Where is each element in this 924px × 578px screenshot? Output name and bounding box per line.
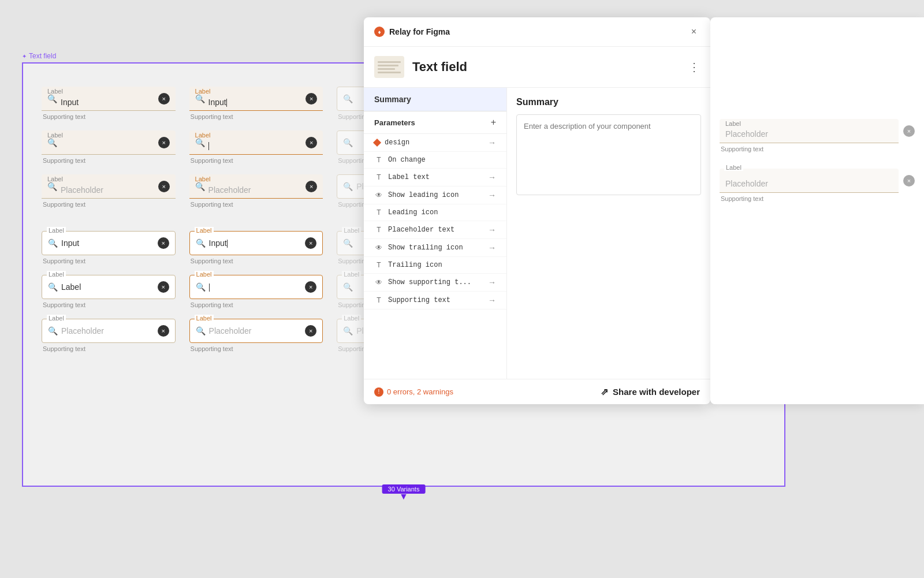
spacer <box>42 218 176 221</box>
search-icon: 🔍 <box>48 326 58 335</box>
text-field-filled[interactable]: 🔍 Label Input × <box>42 87 176 111</box>
relay-panel: ♦ Relay for Figma × Text field ⋮ <box>364 17 710 404</box>
text-field-outlined-orange[interactable]: Label 🔍 × <box>189 275 323 299</box>
dismiss-button[interactable]: × <box>903 125 915 137</box>
field-group: 🔍 Label Input × Supporting text <box>189 87 323 120</box>
clear-button[interactable]: × <box>158 281 169 293</box>
param-item-placeholder[interactable]: T Placeholder text → <box>364 221 506 239</box>
search-icon: 🔍 <box>47 182 57 191</box>
spacer <box>189 218 323 221</box>
right-field-row: Label Placeholder × <box>720 119 915 143</box>
text-field-filled-orange[interactable]: 🔍 Label Input × <box>189 87 323 111</box>
clear-button[interactable]: × <box>158 325 169 337</box>
search-icon: 🔍 <box>343 238 353 248</box>
panel-close-button[interactable]: × <box>688 25 700 38</box>
param-type-icon: T <box>374 296 383 304</box>
supporting-text: Supporting text <box>42 157 176 164</box>
supporting-text: Supporting text <box>189 301 323 308</box>
field-group: Label 🔍 × Supporting text <box>189 275 323 308</box>
right-panel-field-group: Label Placeholder × Supporting text <box>720 169 915 202</box>
text-field-outlined-orange[interactable]: Label 🔍 Input × <box>189 231 323 255</box>
param-item-leadingicon[interactable]: T Leading icon <box>364 204 506 221</box>
text-field-filled-orange[interactable]: 🔍 Label × <box>189 130 323 155</box>
clear-button[interactable]: × <box>305 237 316 249</box>
field-input-text: Input <box>208 91 303 107</box>
param-item-showtrailing[interactable]: 👁 Show trailing icon → <box>364 239 506 257</box>
clear-button[interactable]: × <box>158 181 170 192</box>
param-item-onchange[interactable]: T On change <box>364 152 506 169</box>
dismiss-button[interactable]: × <box>903 175 915 187</box>
clear-button[interactable]: × <box>158 93 170 105</box>
field-label: Label <box>47 176 63 182</box>
param-item-supportingtext[interactable]: T Supporting text → <box>364 292 506 309</box>
more-options-button[interactable]: ⋮ <box>688 60 700 74</box>
clear-button[interactable]: × <box>158 237 169 249</box>
field-label-float: Label <box>47 315 66 322</box>
supporting-text: Supporting text <box>42 301 176 308</box>
supporting-text: Supporting text <box>189 113 323 120</box>
param-arrow-labeltext: → <box>488 173 496 182</box>
field-input-text: Input <box>61 91 155 107</box>
search-icon: 🔍 <box>343 326 353 335</box>
param-item-labeltext[interactable]: T Label text → <box>364 169 506 187</box>
clear-button[interactable]: × <box>305 137 317 148</box>
field-label-float: Label <box>47 227 66 234</box>
spacer <box>720 29 915 110</box>
text-field-filled[interactable]: 🔍 Label × <box>42 130 176 155</box>
param-label-leadingicon: Leading icon <box>388 208 496 217</box>
param-type-icon: T <box>374 156 383 164</box>
field-group: 🔍 Label Placeholder × Supporting text <box>189 174 323 208</box>
param-label-showleading: Show leading icon <box>388 191 483 199</box>
right-partial-panel: Label Placeholder × Supporting text Labe… <box>710 17 924 404</box>
param-arrow-design: → <box>488 138 496 147</box>
panel-component-header: Text field ⋮ <box>364 47 710 88</box>
thumb-line <box>378 72 401 73</box>
search-icon: 🔍 <box>48 282 58 292</box>
param-label-showsupporting: Show supporting t... <box>388 278 483 286</box>
component-frame-label: ✦ Text field <box>22 52 56 60</box>
clear-button[interactable]: × <box>305 93 317 105</box>
text-field-outlined[interactable]: Label 🔍 Placeholder × <box>42 319 176 343</box>
panel-header-left: ♦ Relay for Figma <box>374 27 450 37</box>
content-summary-title: Summary <box>516 97 701 107</box>
field-input-cursor <box>208 135 303 150</box>
param-eye-icon: 👁 <box>374 244 383 252</box>
field-group: Label 🔍 Input × Supporting text <box>189 231 323 264</box>
field-group: 🔍 Label Input × Supporting text <box>42 87 176 120</box>
sidebar-tab-summary[interactable]: Summary <box>364 88 506 111</box>
params-add-button[interactable]: + <box>491 117 496 128</box>
panel-footer: ! 0 errors, 2 warnings ⇗ Share with deve… <box>364 379 710 404</box>
description-textarea[interactable] <box>516 114 701 195</box>
clear-button[interactable]: × <box>305 281 316 293</box>
panel-body: Summary Parameters + design → T On chang… <box>364 88 710 379</box>
params-title: Parameters <box>374 118 415 127</box>
share-with-developer-button[interactable]: ⇗ Share with developer <box>601 386 700 397</box>
text-field-outlined-orange[interactable]: Label 🔍 Placeholder × <box>189 319 323 343</box>
panel-sidebar: Summary Parameters + design → T On chang… <box>364 88 507 379</box>
thumb-line <box>378 68 395 70</box>
param-item-showsupporting[interactable]: 👁 Show supporting t... → <box>364 274 506 292</box>
text-field-outlined[interactable]: Label 🔍 Label × <box>42 275 176 299</box>
supporting-text: Supporting text <box>189 201 323 208</box>
search-icon: 🔍 <box>343 182 353 191</box>
param-item-trailingicon[interactable]: T Trailing icon <box>364 257 506 274</box>
right-text-field[interactable]: Label Placeholder <box>720 119 899 143</box>
text-field-outlined[interactable]: Label 🔍 Input × <box>42 231 176 255</box>
clear-button[interactable]: × <box>158 137 170 148</box>
param-item-design[interactable]: design → <box>364 134 506 152</box>
clear-button[interactable]: × <box>305 181 317 192</box>
text-field-filled[interactable]: 🔍 Label Placeholder × <box>42 174 176 199</box>
field-input-text: Label <box>61 282 154 292</box>
canvas: ✦ Text field 🔍 Label Input × Suppo <box>0 0 924 578</box>
param-type-icon: T <box>374 226 383 234</box>
field-placeholder: Placeholder <box>61 326 154 335</box>
field-input-text: Input <box>61 238 154 248</box>
text-field-filled-orange[interactable]: 🔍 Label Placeholder × <box>189 174 323 199</box>
right-text-field-outlined[interactable]: Label Placeholder <box>720 169 899 193</box>
field-label-float: Label <box>342 315 361 322</box>
field-label-float-orange: Label <box>195 271 214 278</box>
clear-button[interactable]: × <box>305 325 316 337</box>
param-item-showleading[interactable]: 👁 Show leading icon → <box>364 187 506 204</box>
field-label-float-orange: Label <box>195 315 214 322</box>
field-label-orange: Label <box>195 132 211 139</box>
